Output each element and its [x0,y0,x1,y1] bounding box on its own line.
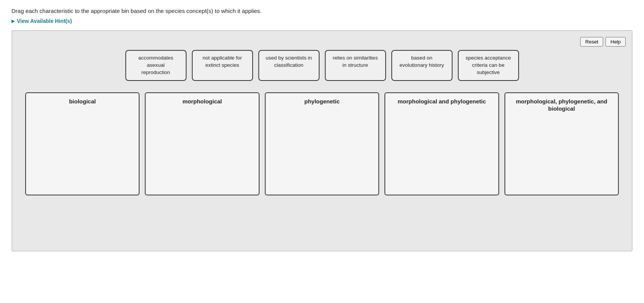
drop-bin[interactable]: morphological and phylogenetic [384,92,499,195]
bins-area: biologicalmorphologicalphylogeneticmorph… [21,92,623,195]
drop-bin[interactable]: morphological, phylogenetic, and biologi… [504,92,619,195]
help-button[interactable]: Help [605,37,626,47]
bin-label: biological [31,98,134,105]
hint-link[interactable]: View Available Hint(s) [11,18,633,24]
bin-content [150,108,254,190]
drop-bin[interactable]: phylogenetic [265,92,379,195]
drop-bin[interactable]: morphological [145,92,259,195]
bin-content [390,108,493,190]
bin-content [270,108,374,190]
main-container: Reset Help accommodates asexual reproduc… [11,30,633,251]
draggable-chip[interactable]: not applicable for extinct species [192,50,253,81]
instructions: Drag each characteristic to the appropri… [11,8,633,14]
draggable-chip[interactable]: accommodates asexual reproduction [125,50,187,81]
top-buttons: Reset Help [580,37,626,47]
draggable-chip[interactable]: based on evolutionary history [391,50,453,81]
draggable-chip[interactable]: relies on similarities in structure [325,50,386,81]
draggable-chip[interactable]: used by scientists in classification [258,50,320,81]
bin-content [31,108,134,190]
bin-label: phylogenetic [270,98,374,105]
bin-label: morphological, phylogenetic, and biologi… [510,98,613,113]
bin-label: morphological and phylogenetic [390,98,493,105]
draggable-items-area: accommodates asexual reproductionnot app… [21,39,623,92]
reset-button[interactable]: Reset [580,37,603,47]
bin-content [510,116,613,190]
drop-bin[interactable]: biological [25,92,140,195]
bin-label: morphological [150,98,254,105]
draggable-chip[interactable]: species acceptance criteria can be subje… [458,50,519,81]
